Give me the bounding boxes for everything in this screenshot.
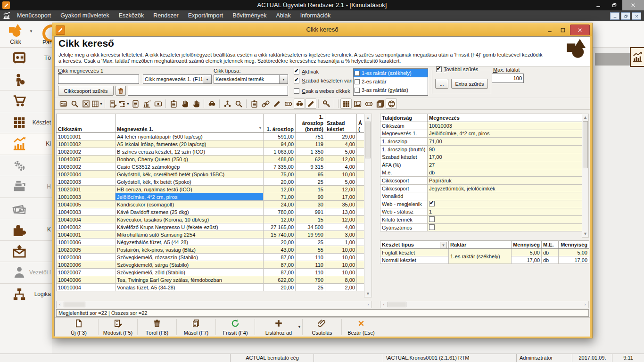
table-row[interactable]: 10040006Tea, Twinings Earl Grey szálas, … (57, 276, 364, 284)
chevron-down-icon[interactable]: ▼ (279, 75, 288, 83)
property-value[interactable] (428, 200, 582, 208)
property-row[interactable]: CikkcsoportPapíráruk (380, 177, 582, 185)
table-cell[interactable] (357, 216, 364, 223)
table-cell[interactable] (357, 208, 364, 216)
scroll-down-icon[interactable]: ▼ (582, 230, 588, 237)
table-cell[interactable]: Golyóstoll, kék, cserélhető betét (Spoko… (116, 171, 264, 178)
toolbar-binoculars-button[interactable] (206, 99, 217, 109)
table-cell[interactable] (357, 269, 364, 276)
table-cell[interactable]: 15 740,00 (264, 231, 296, 239)
table-cell[interactable]: 10010003 (57, 193, 116, 201)
toolbar-pencil-button[interactable] (305, 99, 316, 109)
property-value[interactable]: 27 (428, 161, 582, 169)
cikkcsoport-filter-button[interactable]: Cikkcsoport szűrés (58, 86, 114, 96)
column-header[interactable]: Megnevezés (428, 114, 582, 122)
table-row[interactable]: 10040005Kandiscukor (csomagolt)24,003035… (57, 201, 364, 208)
dialog-titlebar[interactable]: Cikk kereső (52, 23, 592, 36)
table-cell[interactable]: 991 (296, 208, 325, 216)
table-cell[interactable]: 27 165,00 (264, 223, 296, 231)
column-header[interactable]: Mennyiség (512, 241, 542, 249)
table-cell[interactable]: 10020005 (57, 246, 116, 254)
column-header[interactable]: 1. ároszlop (bruttó) (296, 114, 325, 133)
table-cell[interactable]: 10,00 (325, 269, 357, 276)
table-cell[interactable]: 591,00 (264, 133, 296, 140)
table-cell[interactable]: 10020004 (57, 171, 116, 178)
table-cell[interactable]: 20,00 (264, 239, 296, 246)
table-cell[interactable]: Kandiscukor (csomagolt) (116, 201, 264, 208)
sidebar-item-register[interactable]: H (0, 176, 52, 197)
toolbar-card-button[interactable] (58, 99, 69, 109)
table-cell[interactable]: Négyzethálós füzet, A5 (44-28) (116, 239, 264, 246)
name-filter-input[interactable] (58, 74, 139, 84)
table-cell[interactable]: Vonalas füzet, A5 (34-28) (116, 284, 264, 291)
toolbar-binoculars-button[interactable] (294, 99, 305, 109)
table-cell[interactable]: 10010002 (57, 140, 116, 148)
table-cell[interactable]: 12,00 (325, 156, 357, 163)
property-value[interactable]: Jegyzettömbök, jelölőcímkék (428, 184, 582, 192)
table-cell[interactable]: 10040002 (57, 223, 116, 231)
scroll-left-icon[interactable]: ‹ (380, 301, 387, 308)
clear-group-filter-button[interactable] (116, 86, 126, 96)
property-row[interactable]: Web - státusz1 (380, 208, 582, 216)
property-row[interactable]: Vonalkód (380, 192, 582, 200)
toolbar-key-button[interactable] (321, 99, 332, 109)
table-cell[interactable] (357, 276, 364, 284)
warehouse-item[interactable]: 1-es raktár (székhely) (354, 69, 428, 77)
table-cell[interactable]: 20,00 (264, 284, 296, 291)
toolbar-image-button[interactable] (352, 99, 363, 109)
ellipsis-button[interactable]: ... (435, 79, 448, 89)
property-value[interactable] (428, 216, 582, 224)
sidebar-item-cart[interactable] (0, 90, 52, 112)
table-cell[interactable]: Casio CS3512 számológép (116, 163, 264, 171)
table-cell[interactable]: Kávé Davidoff szemes (25 dkg) (116, 208, 264, 216)
table-cell[interactable]: 10040007 (57, 156, 116, 163)
table-cell[interactable]: 10020002 (57, 148, 116, 156)
window-minimize-button[interactable] (590, 0, 606, 10)
table-cell[interactable]: 94,00 (264, 140, 296, 148)
toolbar-xsquare-button[interactable] (80, 99, 91, 109)
checkbox[interactable] (294, 88, 299, 94)
table-cell[interactable]: 30 (296, 201, 325, 208)
toolbar-cardoval-button[interactable] (282, 99, 294, 109)
toolbar-search-button[interactable] (69, 99, 80, 109)
table-cell[interactable]: 10010001 (57, 133, 116, 140)
table-cell[interactable]: 35,00 (325, 201, 357, 208)
table-cell[interactable]: A5 iskolai írólap, famentes (20 lap/csg) (116, 140, 264, 148)
sidebar-item-puzzle[interactable]: K (0, 219, 52, 240)
table-cell[interactable] (357, 246, 364, 254)
table-cell[interactable]: 10020003 (57, 178, 116, 186)
checkbox[interactable] (294, 69, 299, 74)
sidebar-item-mail[interactable] (0, 240, 52, 262)
toolbar-hand-button[interactable] (190, 99, 202, 109)
sidebar-item-moneyfan[interactable] (0, 197, 52, 219)
sidebar-item-chartup[interactable]: Ki (0, 133, 52, 155)
toolbar-link-button[interactable] (260, 99, 271, 109)
table-cell[interactable]: 8,00 (325, 276, 357, 284)
dialog-maximize-button[interactable] (557, 25, 569, 35)
window-close-button[interactable] (622, 0, 644, 10)
checkbox[interactable] (355, 88, 360, 93)
table-cell[interactable]: Jelölőcímke, 4*2 cm, piros (116, 193, 264, 201)
table-cell[interactable]: 55 (296, 246, 325, 254)
table-cell[interactable]: 10,00 (325, 261, 357, 269)
table-cell[interactable]: Szövegkiemelő, zöld (Stabilo) (116, 269, 264, 276)
toolbar-partner-button[interactable]: Par (40, 24, 52, 45)
table-cell[interactable]: 110 (296, 269, 325, 276)
button-edit[interactable]: Módosít (F5) (99, 318, 137, 336)
table-cell[interactable]: 5,00 (325, 178, 357, 186)
button-plus[interactable]: ▼Listához ad (255, 318, 302, 336)
table-cell[interactable]: Szövegkiemelő, rózsaszín (Stabilo) (116, 254, 264, 261)
property-value[interactable]: 71,00 (428, 138, 582, 146)
table-cell[interactable]: 10,00 (325, 246, 357, 254)
toolbar-tree-button[interactable]: ▼ (118, 99, 130, 109)
scroll-left-icon[interactable]: ‹ (57, 301, 63, 308)
property-row[interactable]: Cikkszám10010003 (380, 122, 582, 130)
stock-type[interactable]: Normál készlet (380, 256, 449, 264)
table-cell[interactable]: HB ceruza, rugalmas testű (ICO) (116, 186, 264, 193)
toolbar-copies-button[interactable] (374, 99, 386, 109)
table-cell[interactable]: Tea, Twinings Earl Grey szálas, fémdoboz… (116, 276, 264, 284)
table-row[interactable]: 10020006Szövegkiemelő, sárga (Stabilo)87… (57, 261, 364, 269)
button-clip[interactable]: Csatolás (303, 318, 341, 336)
table-cell[interactable]: 10020007 (57, 269, 116, 276)
menu-item[interactable]: Bővítmények (228, 10, 271, 21)
